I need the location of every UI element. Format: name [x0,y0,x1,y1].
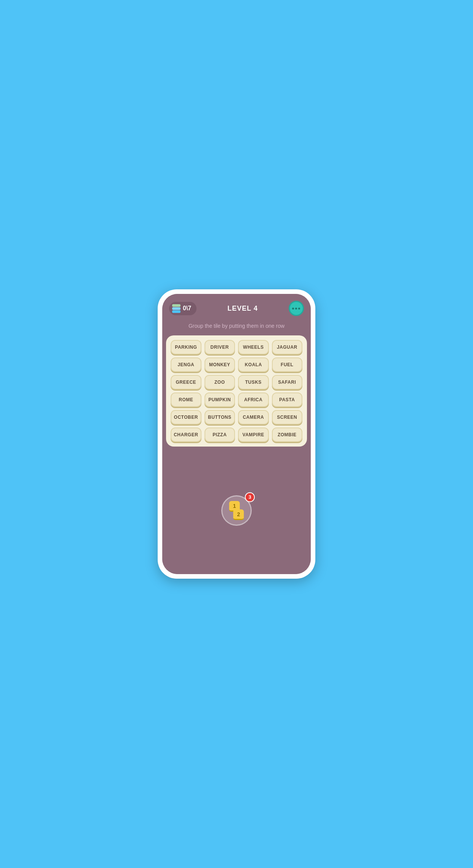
counter-tiles: 1 2 [230,499,243,522]
subtitle-text: Group the tile by putting them in one ro… [162,321,311,335]
level-title: LEVEL 4 [227,305,258,313]
tile-15[interactable]: PASTA [272,393,303,407]
tile-1[interactable]: DRIVER [205,340,235,354]
game-counter[interactable]: 1 2 3 [221,495,252,526]
tile-17[interactable]: BUTTONS [205,410,235,424]
tile-20[interactable]: CHARGER [171,428,201,442]
tile-14[interactable]: AFRICA [238,393,269,407]
counter-tile-2: 2 [233,509,244,520]
tile-16[interactable]: OCTOBER [171,410,201,424]
tile-18[interactable]: CAMERA [238,410,269,424]
tile-12[interactable]: ROME [171,393,201,407]
phone-frame: 0\7 LEVEL 4 Group the tile by putting th… [158,289,315,579]
tile-4[interactable]: JENGA [171,357,201,372]
tile-23[interactable]: ZOMBIE [272,428,303,442]
menu-button[interactable] [289,301,304,316]
tile-0[interactable]: PARKING [171,340,201,354]
tile-11[interactable]: SAFARI [272,375,303,389]
tile-21[interactable]: PIZZA [205,428,235,442]
tile-19[interactable]: SCREEN [272,410,303,424]
tile-8[interactable]: GREECE [171,375,201,389]
tile-2[interactable]: WHEELS [238,340,269,354]
layers-icon [172,304,181,313]
tile-9[interactable]: ZOO [205,375,235,389]
counter-badge: 3 [245,492,255,502]
tile-10[interactable]: TUSKS [238,375,269,389]
score-display: 0\7 [183,305,191,312]
header: 0\7 LEVEL 4 [162,294,311,321]
tile-7[interactable]: FUEL [272,357,303,372]
tile-grid: PARKINGDRIVERWHEELSJAGUARJENGAMONKEYKOAL… [171,340,302,442]
score-badge: 0\7 [169,302,197,315]
tile-3[interactable]: JAGUAR [272,340,303,354]
tile-5[interactable]: MONKEY [205,357,235,372]
menu-dots-icon [292,308,300,310]
tile-13[interactable]: PUMPKIN [205,393,235,407]
phone-inner: 0\7 LEVEL 4 Group the tile by putting th… [162,294,311,574]
tile-22[interactable]: VAMPIRE [238,428,269,442]
tile-6[interactable]: KOALA [238,357,269,372]
bottom-section: 1 2 3 [162,447,311,574]
tile-grid-container: PARKINGDRIVERWHEELSJAGUARJENGAMONKEYKOAL… [166,335,307,447]
